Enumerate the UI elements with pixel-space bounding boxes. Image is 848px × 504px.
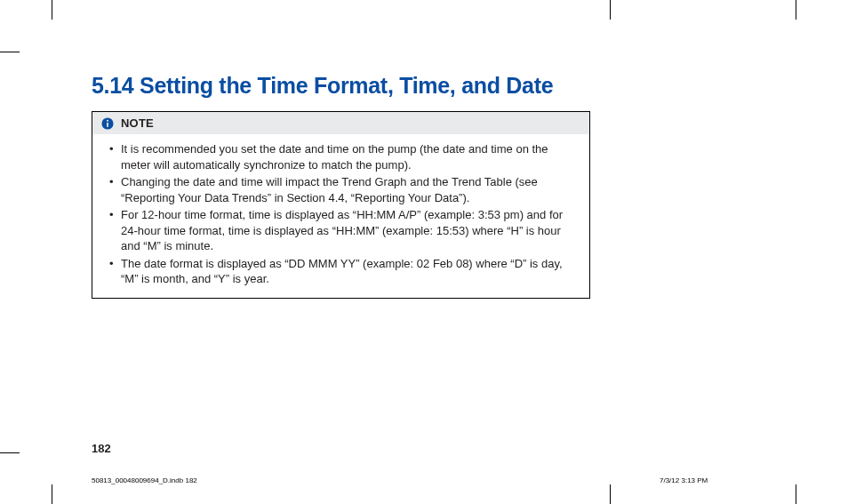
- note-item: The date format is displayed as “DD MMM …: [113, 256, 577, 287]
- note-box: NOTE It is recommended you set the date …: [92, 111, 590, 299]
- info-icon: [101, 117, 114, 130]
- crop-mark: [610, 0, 611, 20]
- crop-mark: [796, 484, 796, 504]
- note-header: NOTE: [92, 112, 589, 134]
- imprint-filename: 50813_00048009694_D.indb 182: [92, 476, 197, 484]
- svg-point-2: [107, 119, 108, 121]
- page-number: 182: [92, 442, 111, 455]
- crop-mark: [610, 484, 611, 504]
- note-list: It is recommended you set the date and t…: [105, 141, 577, 287]
- section-title: 5.14 Setting the Time Format, Time, and …: [92, 73, 598, 99]
- crop-mark: [52, 0, 52, 20]
- crop-mark: [0, 52, 20, 52]
- imprint-timestamp: 7/3/12 3:13 PM: [660, 476, 708, 484]
- note-item: It is recommended you set the date and t…: [113, 141, 577, 172]
- crop-mark: [52, 484, 52, 504]
- svg-rect-1: [107, 122, 108, 126]
- note-item: For 12-hour time format, time is display…: [113, 207, 577, 254]
- note-label: NOTE: [121, 116, 154, 130]
- crop-mark: [0, 452, 20, 453]
- page-content: 5.14 Setting the Time Format, Time, and …: [92, 73, 598, 299]
- note-body: It is recommended you set the date and t…: [92, 134, 589, 298]
- crop-mark: [796, 0, 796, 20]
- note-item: Changing the date and time will impact t…: [113, 174, 577, 205]
